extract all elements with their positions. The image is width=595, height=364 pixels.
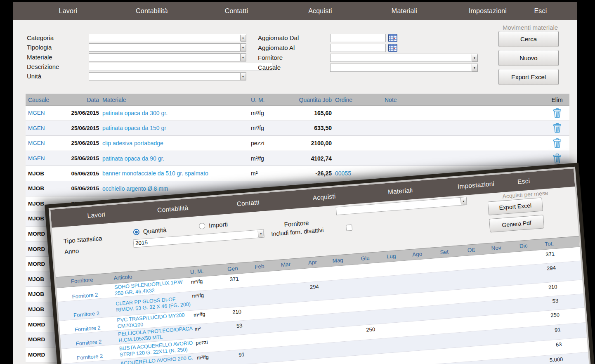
month-value-cell: 371 [215,274,241,284]
table-row: MGEN25/06/2015patinata opaca da 150 grm²… [26,121,569,136]
month-value-cell: 371 [530,249,557,259]
ordine-link[interactable]: 00055 [335,170,381,177]
quantita-cell: -26,25 [284,170,332,177]
nav-item-materiali[interactable]: Materiali [387,181,413,201]
causale-cell[interactable]: MJOB [28,185,61,191]
col-elim: Elim [547,97,567,103]
um-cell: m² [194,323,219,332]
nav-item-lavori[interactable]: Lavori [87,206,106,225]
unita-label: Unità [27,73,41,80]
export-excel-button[interactable]: Export Excel [498,69,559,85]
col-month-ott: Ott [451,246,477,255]
um-cell: pezzi [251,140,281,147]
includi-checkbox[interactable] [346,225,352,231]
includi-label: Includi forn. disattivi [271,227,324,237]
calendar-glyph [388,34,397,42]
calendar-icon[interactable] [388,34,397,42]
col-ordine[interactable]: Ordine [335,97,381,103]
quantita-cell: 165,60 [284,110,332,116]
month-value-cell: 63 [538,339,564,349]
um-cell: m²/fg [191,276,215,285]
nav-item-materiali[interactable]: Materiali [392,2,417,20]
col-um[interactable]: U. M. [251,97,281,103]
nav-item-contatti[interactable]: Contatti [236,193,260,213]
materiale-link[interactable]: patinata opaca da 90 gr. [102,155,248,162]
causale-cell[interactable]: MGEN [28,155,61,161]
overlay-export-excel-button[interactable]: Export Excel [488,197,543,215]
trash-icon [553,138,562,149]
aggiornato-al-input[interactable] [330,44,386,52]
um-cell: m²/fg [251,110,281,116]
delete-button[interactable] [547,138,567,149]
col-data[interactable]: Data [64,97,99,103]
nav-item-acquisti[interactable]: Acquisti [312,187,336,207]
col-month-gen: Gen [214,265,241,273]
main-nav: LavoriContabilitàContattiAcquistiMateria… [13,2,577,20]
descrizione-label: Descrizione [27,63,59,70]
causale-select[interactable] [330,64,478,72]
materiale-label: Materiale [27,54,52,61]
fornitore-label: Fornitore [258,54,283,61]
nav-item-contabilit[interactable]: Contabilità [156,199,189,220]
cerca-button[interactable]: Cerca [498,31,559,47]
panel-title: Movimenti materiale [503,24,558,31]
delete-button[interactable] [547,153,567,164]
importi-radio-label: Importi [209,220,228,229]
um-cell: m²/fg [251,125,281,131]
col-note[interactable]: Note [385,97,544,103]
nav-item-acquisti[interactable]: Acquisti [308,2,332,20]
tipologia-select[interactable] [89,43,246,52]
causale-cell[interactable]: MJOB [28,170,61,177]
nav-item-impostazioni[interactable]: Impostazioni [457,175,495,196]
materiale-link[interactable]: patinata opaca da 300 gr. [102,110,248,116]
acquisti-table: FornitoreArticoloU. M.GenFebMarAprMagGiu… [56,236,589,364]
col-materiale[interactable]: Materiale [102,97,248,103]
month-value-cell: 91 [220,350,247,359]
overlay-fornitore-label: Fornitore [284,219,309,228]
causale-cell[interactable]: MGEN [28,110,61,116]
unita-select[interactable] [89,72,246,80]
nav-item-lavori[interactable]: Lavori [59,2,78,20]
nav-item-impostazioni[interactable]: Impostazioni [469,2,507,20]
trash-icon [553,123,562,133]
col-causale[interactable]: Causale [28,97,61,103]
materiale-link[interactable]: clip adesiva portabadge [102,140,248,147]
causale-cell[interactable]: MGEN [28,140,61,146]
data-cell: 25/06/2015 [64,110,99,116]
genera-pdf-button[interactable]: Genera Pdf [489,215,544,232]
col-month-ago: Ago [398,251,425,259]
col-um: U. M. [190,267,214,275]
tipo-statistica-label: Tipo Statistica [63,234,102,244]
nav-item-contabilit[interactable]: Contabilità [136,2,168,20]
nav-item-esci[interactable]: Esci [517,172,530,191]
calendar-icon[interactable] [388,44,397,52]
delete-button[interactable] [547,123,567,133]
materiale-link[interactable]: banner monofacciale da 510 gr. spalmato [102,170,248,177]
table-header: Causale Data Materiale U. M. Quantita Jo… [26,94,569,106]
quantita-cell: 4102,74 [284,155,332,162]
um-cell: pezzi [196,337,220,346]
categoria-select[interactable] [89,34,246,42]
col-fornitore[interactable]: Fornitore [71,275,114,284]
descrizione-input[interactable] [89,63,272,71]
month-value-cell: 91 [536,324,563,334]
table-row: MGEN25/06/2015clip adesiva portabadgepez… [26,136,569,151]
materiale-select[interactable] [89,53,246,61]
nav-item-contatti[interactable]: Contatti [225,2,248,20]
fornitore-select[interactable] [330,54,478,62]
importi-radio[interactable] [199,223,205,229]
data-cell: 05/06/2015 [64,185,99,191]
month-value-cell: 53 [218,321,245,331]
col-quantita[interactable]: Quantita Job [284,97,332,103]
causale-cell[interactable]: MGEN [28,125,61,131]
materiale-link[interactable]: patinata opaca da 150 gr [102,125,248,131]
delete-button[interactable] [547,108,567,118]
quantita-radio-label: Quantità [143,226,167,235]
causale-label: Causale [258,64,281,71]
nav-item-esci[interactable]: Esci [534,2,547,20]
articolo-link[interactable]: CLEAR PP GLOSS DI-OF RIMOV. 53 G. 32 X 4… [116,294,193,314]
nuovo-button[interactable]: Nuovo [498,50,559,66]
quantita-radio[interactable] [133,229,139,235]
aggiornato-dal-input[interactable] [330,34,386,42]
col-month-mar: Mar [267,261,293,269]
